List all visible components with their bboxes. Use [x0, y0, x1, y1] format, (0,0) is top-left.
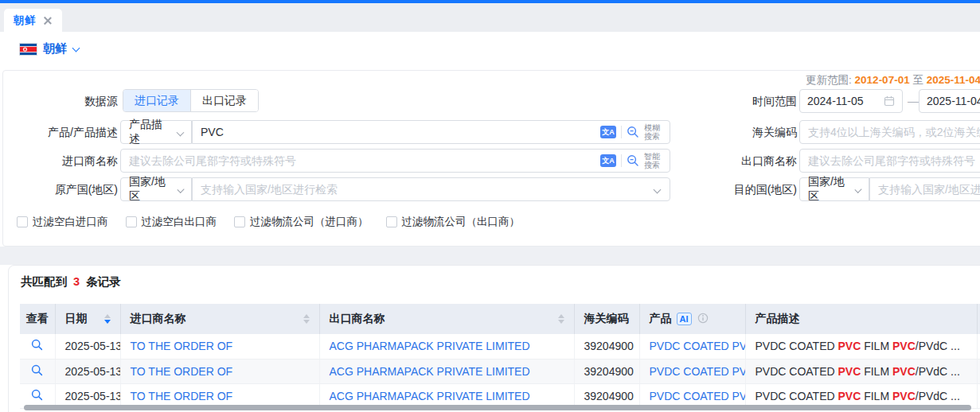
exporter-cell[interactable]: ACG PHARMAPACK PRIVATE LIMITED [319, 359, 574, 383]
app-window: 朝鲜 朝鲜 更新范围: 2012-07-01 至 2025-11-04 数据源 … [0, 0, 980, 412]
product-label: 产品/产品描述 [3, 120, 118, 144]
fuzzy-search-icon[interactable] [627, 126, 639, 138]
exporter-cell[interactable]: ACG PHARMAPACK PRIVATE LIMITED [319, 334, 574, 359]
search-record-icon[interactable] [31, 366, 43, 379]
sort-icon-importer[interactable] [303, 314, 310, 324]
chevron-down-icon[interactable] [654, 185, 662, 193]
hs-code-input[interactable] [800, 121, 980, 143]
destination-input-wrap [869, 177, 980, 201]
translate-icon[interactable]: 文A [600, 154, 616, 167]
product-cell[interactable]: PVDC COATED PVC FIL... [639, 359, 745, 383]
tab-korea[interactable]: 朝鲜 [4, 9, 62, 32]
origin-input-wrap [192, 177, 670, 201]
country-header[interactable]: 朝鲜 [20, 41, 79, 56]
column-header-product: 产品AI [639, 304, 745, 334]
north-korea-flag-icon [20, 44, 37, 55]
fuzzy-search-label[interactable]: 模糊搜索 [644, 123, 663, 141]
table-row: 2025-05-13TO THE ORDER OFACG PHARMAPACK … [20, 359, 980, 383]
hs-code-cell: 39204900 [574, 359, 639, 383]
filter-checkbox-row: 过滤空白进口商过滤空白出口商过滤物流公司（进口商）过滤物流公司（出口商） [17, 215, 520, 229]
product-input[interactable] [193, 121, 600, 143]
chevron-down-icon[interactable] [72, 44, 80, 52]
origin-select[interactable]: 国家/地区 [120, 177, 192, 201]
importer-cell[interactable]: TO THE ORDER OF [120, 334, 319, 359]
smart-search-label[interactable]: 智能搜索 [644, 152, 663, 169]
view-record-cell[interactable] [20, 359, 55, 383]
filter-checkbox[interactable]: 过滤物流公司（出口商） [386, 215, 521, 229]
results-summary: 共匹配到 3 条记录 [21, 274, 121, 290]
smart-search-icon[interactable] [627, 154, 639, 167]
checkbox-icon[interactable] [386, 216, 397, 227]
panel-gap [0, 247, 980, 265]
tab-bar: 朝鲜 [0, 3, 980, 32]
info-icon[interactable] [697, 313, 709, 324]
divider [621, 154, 622, 167]
hs-code-cell: 39204900 [574, 334, 639, 359]
origin-input[interactable] [193, 178, 654, 200]
filter-checkbox[interactable]: 过滤空白出口商 [126, 215, 217, 229]
origin-label: 原产国(地区) [3, 177, 118, 201]
date-cell: 2025-05-13 [55, 334, 120, 359]
column-header-date[interactable]: 日期 [55, 304, 120, 334]
tab-label: 朝鲜 [14, 14, 35, 28]
checkbox-icon[interactable] [234, 216, 245, 227]
importer-cell[interactable]: TO THE ORDER OF [120, 359, 319, 383]
update-range-label: 更新范围: [806, 74, 852, 86]
product-input-wrap: 文A 模糊搜索 [192, 120, 670, 144]
checkbox-icon[interactable] [17, 216, 28, 227]
product-type-value: 产品描述 [129, 118, 171, 146]
summary-suffix: 条记录 [86, 275, 121, 288]
sort-icon-exporter[interactable] [558, 314, 564, 324]
extra-cell [977, 383, 980, 408]
column-header-exporter[interactable]: 出口商名称 [319, 304, 574, 334]
filter-panel: 更新范围: 2012-07-01 至 2025-11-04 数据源 进口记录出口… [2, 70, 980, 247]
search-record-icon[interactable] [31, 391, 43, 403]
results-table: 查看 日期 进口商名称 出口商名称 [20, 304, 980, 409]
column-header-extra [977, 304, 980, 334]
column-header-importer[interactable]: 进口商名称 [120, 304, 319, 334]
summary-prefix: 共匹配到 [21, 275, 67, 288]
destination-select[interactable]: 国家/地区 [799, 177, 869, 201]
filter-checkbox[interactable]: 过滤物流公司（进口商） [234, 215, 369, 229]
sort-icon-date[interactable] [104, 314, 111, 324]
date-start-input[interactable]: 2024-11-05 [799, 89, 903, 113]
checkbox-label: 过滤物流公司（进口商） [250, 215, 369, 229]
data-source-toggle: 进口记录出口记录 [123, 89, 259, 112]
checkbox-icon[interactable] [126, 216, 137, 227]
update-range-end: 2025-11-04 [927, 74, 980, 86]
column-header-view: 查看 [20, 304, 55, 334]
destination-input[interactable] [870, 178, 980, 200]
update-range-start: 2012-07-01 [855, 74, 910, 86]
translate-icon[interactable]: 文A [600, 126, 616, 138]
data-source-option[interactable]: 进口记录 [123, 90, 190, 111]
exporter-input-wrap [799, 149, 980, 173]
data-source-option[interactable]: 出口记录 [190, 90, 258, 111]
extra-cell [977, 359, 980, 383]
table-row: 2025-05-13TO THE ORDER OFACG PHARMAPACK … [20, 334, 980, 359]
search-record-icon[interactable] [31, 340, 43, 353]
view-record-cell[interactable] [20, 334, 55, 359]
filter-checkbox[interactable]: 过滤空白进口商 [17, 215, 108, 229]
product-type-select[interactable]: 产品描述 [120, 120, 192, 144]
calendar-icon [884, 95, 895, 107]
extra-cell [977, 334, 980, 359]
update-range: 更新范围: 2012-07-01 至 2025-11-04 [688, 73, 980, 87]
product-cell[interactable]: PVDC COATED PVC FIL... [639, 334, 745, 359]
hs-code-label: 海关编码 [682, 120, 797, 144]
description-cell: PVDC COATED PVC FILM PVC/PVdC ... [745, 334, 977, 359]
exporter-input[interactable] [800, 150, 980, 172]
checkbox-label: 过滤空白进口商 [33, 215, 108, 229]
column-header-description: 产品描述 [745, 304, 977, 334]
destination-label: 目的国(地区) [682, 177, 797, 201]
date-range-separator: — [908, 89, 919, 113]
destination-select-value: 国家/地区 [808, 175, 849, 204]
data-source-label: 数据源 [3, 89, 118, 113]
hs-code-input-wrap [799, 120, 980, 144]
time-range-label: 时间范围 [682, 89, 797, 113]
date-end-input[interactable]: 2025-11-04 [919, 89, 980, 113]
summary-count: 3 [70, 275, 83, 288]
importer-input[interactable] [121, 150, 600, 172]
close-icon[interactable] [43, 16, 53, 25]
date-cell: 2025-05-13 [55, 359, 120, 383]
horizontal-scrollbar[interactable] [24, 405, 971, 410]
